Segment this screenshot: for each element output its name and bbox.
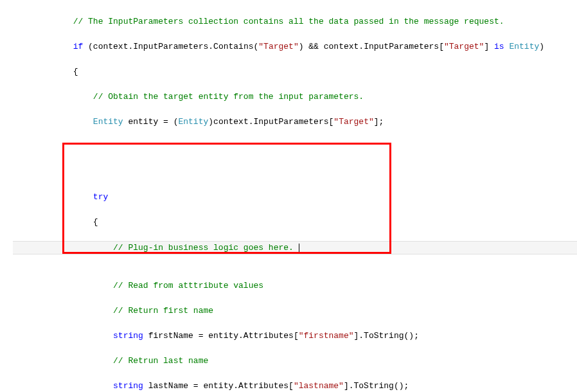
code-line: if (context.InputParameters.Contains("Ta…	[13, 40, 577, 53]
code-line: {	[13, 66, 577, 78]
code-line: // Read from atttribute values	[13, 280, 577, 292]
comment: // The InputParameters collection contai…	[73, 17, 504, 26]
code-line: {	[13, 216, 577, 229]
code-line: // Obtain the target entity from the inp…	[13, 91, 577, 103]
code-line: string firstName = entity.Attributes["fi…	[13, 330, 577, 343]
code-line: Entity entity = (Entity)context.InputPar…	[13, 116, 577, 129]
code-line-active: // Plug-in business logic goes here.	[13, 241, 577, 255]
code-line: try	[13, 191, 577, 204]
code-line: // Return first name	[13, 305, 577, 317]
code-line	[13, 141, 577, 154]
text-cursor	[299, 244, 299, 253]
code-line: // Retrun last name	[13, 355, 577, 368]
code-line	[13, 254, 577, 267]
code-line: // The InputParameters collection contai…	[13, 15, 577, 28]
code-line	[13, 166, 577, 179]
code-editor[interactable]: // The InputParameters collection contai…	[0, 0, 577, 392]
code-line: string lastName = entity.Attributes["las…	[13, 380, 577, 392]
